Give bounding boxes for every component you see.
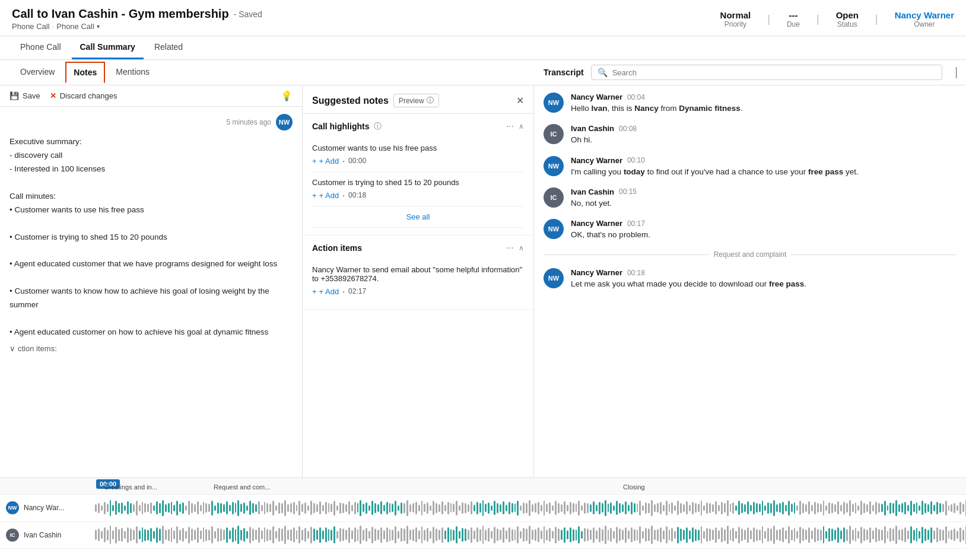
suggested-notes-panel: Suggested notes Preview ⓘ ✕ Call highlig… xyxy=(303,85,534,478)
action-items-section: Action items ··· ∧ Nancy Warner to send … xyxy=(303,236,533,310)
tab-phone-call[interactable]: Phone Call xyxy=(12,36,69,59)
text-3: No, not yet. xyxy=(571,198,637,209)
section-label-closing: Closing xyxy=(623,482,645,491)
preview-label: Preview xyxy=(399,97,424,105)
preview-badge: Preview ⓘ xyxy=(393,94,439,107)
avatar-ic-3: IC xyxy=(544,187,564,208)
highlight-item-0: Customer wants to use his free pass + + … xyxy=(312,138,524,172)
exec-summary-header: Executive summary: xyxy=(9,135,293,149)
waveform-name-nw: Nancy War... xyxy=(24,504,64,512)
summary-line-0: - discovery call xyxy=(9,149,293,163)
notes-body[interactable]: Executive summary: - discovery call - In… xyxy=(9,135,293,339)
notes-content[interactable]: 5 minutes ago NW Executive summary: - di… xyxy=(0,107,302,478)
action-collapse-icon[interactable]: ∧ xyxy=(519,244,524,252)
transcript-body-1: Ivan Cashin 00:08 Oh hi. xyxy=(571,124,637,146)
saved-indicator: - Saved xyxy=(234,9,262,19)
summary-line-1: - Interested in 100 licenses xyxy=(9,163,293,176)
time-0: 00:04 xyxy=(627,93,645,101)
due-meta: --- Due xyxy=(787,10,800,28)
action-dots-icon[interactable]: ··· xyxy=(506,243,514,253)
add-button-1[interactable]: + + Add xyxy=(312,191,339,200)
speaker-3: Ivan Cashin xyxy=(571,187,614,196)
tab-related[interactable]: Related xyxy=(146,36,191,59)
discard-label: Discard changes xyxy=(60,91,117,100)
action-plus-icon-0: + xyxy=(312,287,317,296)
name-row-4: Nancy Warner 00:17 xyxy=(571,219,650,228)
action-add-label-0: + Add xyxy=(319,287,339,296)
text-1: Oh hi. xyxy=(571,134,637,146)
time-2: 00:10 xyxy=(627,156,645,164)
action-items-header: Action items ··· ∧ xyxy=(312,243,524,253)
chevron-down-icon: ∨ xyxy=(9,344,15,353)
header-subtitle: Phone Call · Phone Call ▾ xyxy=(12,22,262,31)
speaker-1: Ivan Cashin xyxy=(571,124,614,133)
waveform-avatar-nw: NW xyxy=(6,501,19,514)
sub-tab-notes[interactable]: Notes xyxy=(65,62,105,84)
call-minute-2: • Agent educated customer that we have p… xyxy=(9,257,293,271)
call-minute-4: • Agent educated customer on how to achi… xyxy=(9,326,293,339)
page-header: Call to Ivan Cashin - Gym membership - S… xyxy=(0,0,966,36)
name-row-5: Nancy Warner 00:18 xyxy=(571,268,806,277)
highlights-collapse-icon[interactable]: ∧ xyxy=(519,122,524,131)
waveform-label-ic: IC Ivan Cashin xyxy=(0,529,95,542)
call-minute-3: • Customer wants to know how to achieve … xyxy=(9,285,293,312)
notes-panel: 💾 Save ✕ Discard changes 💡 5 minutes ago… xyxy=(0,85,303,478)
waveform-track-ic[interactable] xyxy=(95,524,966,546)
bulb-icon[interactable]: 💡 xyxy=(281,90,293,101)
save-button[interactable]: 💾 Save xyxy=(9,91,40,100)
highlight-actions-0: + + Add · 00:00 xyxy=(312,156,524,166)
call-minute-0: • Customer wants to use his free pass xyxy=(9,203,293,217)
highlights-controls: ··· ∧ xyxy=(506,121,524,132)
transcript-search-box[interactable]: 🔍 xyxy=(591,65,942,80)
transcript-entry-5: NW Nancy Warner 00:18 Let me ask you wha… xyxy=(544,268,957,290)
add-label-0: + Add xyxy=(319,157,339,166)
action-text-0: Nancy Warner to send email about "some h… xyxy=(312,265,524,283)
priority-label: Priority xyxy=(720,20,751,28)
avatar-nw-2: NW xyxy=(544,156,564,176)
speaker-2: Nancy Warner xyxy=(571,156,622,165)
dropdown-arrow-icon[interactable]: ▾ xyxy=(97,23,100,30)
add-label-1: + Add xyxy=(319,191,339,200)
transcript-header-area: Transcript 🔍 ▕ xyxy=(534,60,966,85)
due-value: --- xyxy=(787,10,800,20)
phone-call-dropdown-label[interactable]: Phone Call xyxy=(56,22,94,31)
avatar-nw-4: NW xyxy=(544,219,564,239)
time-badge-1: 00:18 xyxy=(348,191,366,199)
scroll-indicator: ▕ xyxy=(949,67,957,78)
sub-tab-mentions[interactable]: Mentions xyxy=(107,61,158,84)
action-time-badge-0: 02:17 xyxy=(348,287,366,295)
collapse-button[interactable]: ∨ ction items: xyxy=(9,344,293,353)
tab-call-summary[interactable]: Call Summary xyxy=(72,36,144,59)
action-add-button-0[interactable]: + + Add xyxy=(312,287,339,296)
search-input[interactable] xyxy=(612,68,936,77)
see-all-link[interactable]: See all xyxy=(312,206,524,228)
transcript-content: NW Nancy Warner 00:04 Hello Ivan, this i… xyxy=(534,85,966,478)
timestamp: 5 minutes ago xyxy=(227,118,271,126)
discard-button[interactable]: ✕ Discard changes xyxy=(50,91,117,100)
waveform-track-nw[interactable] xyxy=(95,497,966,518)
sub-tab-overview[interactable]: Overview xyxy=(12,61,63,84)
top-nav: Phone Call Call Summary Related xyxy=(0,36,966,60)
transcript-body-2: Nancy Warner 00:10 I'm calling you today… xyxy=(571,156,859,178)
close-icon[interactable]: ✕ xyxy=(516,95,524,106)
text-0: Hello Ivan, this is Nancy from Dynamic f… xyxy=(571,103,743,114)
plus-icon-0: + xyxy=(312,157,317,166)
header-right: Normal Priority | --- Due | Open Status … xyxy=(720,10,954,28)
add-button-0[interactable]: + + Add xyxy=(312,157,339,166)
highlight-text-1: Customer is trying to shed 15 to 20 poun… xyxy=(312,178,524,187)
request-label: Request and com... xyxy=(214,483,270,491)
highlights-info-icon: ⓘ xyxy=(374,121,382,132)
highlight-text-0: Customer wants to use his free pass xyxy=(312,144,524,152)
meta-separator-3: | xyxy=(875,13,878,26)
owner-value[interactable]: Nancy Warner xyxy=(895,10,954,20)
status-value: Open xyxy=(836,10,859,20)
sub-tabs-row: Overview Notes Mentions Transcript 🔍 ▕ xyxy=(0,60,966,85)
avatar: NW xyxy=(276,114,293,131)
activity-type: Phone Call xyxy=(12,22,50,31)
speaker-5: Nancy Warner xyxy=(571,268,622,277)
highlights-dots-icon[interactable]: ··· xyxy=(506,121,514,132)
time-5: 00:18 xyxy=(627,269,645,277)
waveform-row-nw: NW Nancy War... xyxy=(0,495,966,522)
meta-separator-2: | xyxy=(816,13,819,26)
transcript-entry-3: IC Ivan Cashin 00:15 No, not yet. xyxy=(544,187,957,209)
